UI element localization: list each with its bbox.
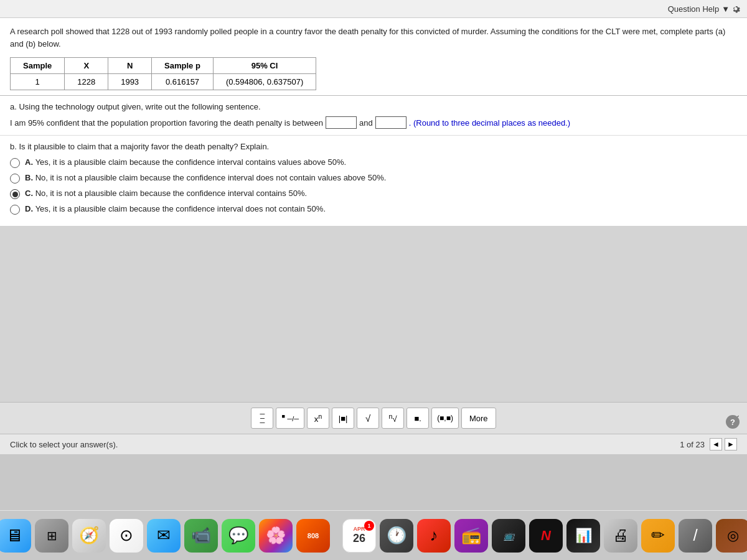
dock-safari[interactable]: 🧭 xyxy=(72,519,106,553)
col-header-ci: 95% CI xyxy=(213,58,316,74)
dock-messages[interactable]: 💬 xyxy=(222,519,255,553)
page-info: 1 of 23 xyxy=(680,440,705,449)
prev-arrow-button[interactable]: ◄ xyxy=(710,438,722,450)
dock-finder[interactable]: 🖥 xyxy=(0,519,31,553)
netflix-icon: N xyxy=(541,528,551,544)
radio-c[interactable] xyxy=(10,189,20,199)
photos-icon: 🌸 xyxy=(266,526,286,545)
sketch-icon: ✏ xyxy=(651,526,665,545)
problem-statement: A research poll showed that 1228 out of … xyxy=(0,18,747,95)
dock-stocks[interactable]: 📊 xyxy=(566,519,600,553)
radio-b[interactable] xyxy=(10,174,20,184)
cell-sample: 1 xyxy=(11,74,65,90)
mail-icon: ✉ xyxy=(157,526,171,545)
mixed-number-button[interactable]: ■ ─/─ xyxy=(276,408,304,429)
data-table: Sample X N Sample p 95% CI 1 1228 1993 0… xyxy=(10,57,316,90)
stocks-icon: 📊 xyxy=(575,528,592,544)
problem-section: A research poll showed that 1228 out of … xyxy=(0,18,747,226)
nth-root-button[interactable]: n√ xyxy=(382,408,404,429)
part-a-section: a. Using the technology output given, wr… xyxy=(0,96,747,136)
status-bar: Click to select your answer(s). 1 of 23 … xyxy=(0,434,747,454)
option-c-text: No, it is not a plausible claim because … xyxy=(35,189,307,198)
problem-text: A research poll showed that 1228 out of … xyxy=(10,26,737,50)
cell-n: 1993 xyxy=(108,74,152,90)
sqrt-button[interactable]: √ xyxy=(357,408,379,429)
dock-sketch[interactable]: ✏ xyxy=(641,519,675,553)
part-a-label: a. Using the technology output given, wr… xyxy=(10,102,737,111)
launchpad-icon: ⊞ xyxy=(47,528,57,543)
option-d-label: D. xyxy=(25,204,35,213)
gear-icon[interactable] xyxy=(730,2,742,15)
dock-music[interactable]: ♪ xyxy=(417,519,451,553)
dock-printer[interactable]: 🖨 xyxy=(604,519,637,553)
calendar-month: APR xyxy=(353,526,365,532)
dock-chrome[interactable]: ⊙ xyxy=(110,519,143,553)
dock-clock[interactable]: 🕐 xyxy=(380,519,413,553)
decimal-button[interactable]: ■. xyxy=(406,408,429,429)
radio-a[interactable] xyxy=(10,158,20,168)
music-icon: ♪ xyxy=(430,526,438,545)
more-label: More xyxy=(469,414,488,423)
question-help-button[interactable]: Question Help ▼ xyxy=(668,4,730,14)
finder-icon: 🖥 xyxy=(6,525,23,546)
calendar-badge: 1 xyxy=(364,521,374,531)
dock: 🖥 ⊞ 🧭 ⊙ ✉ 📹 💬 🌸 808 1 APR 26 🕐 ♪ 📻 📺 N xyxy=(0,510,747,560)
option-a-label: A. xyxy=(25,157,35,167)
edit-icon: / xyxy=(693,526,697,545)
absolute-value-button[interactable]: |■| xyxy=(332,408,354,429)
cell-ci: (0.594806, 0.637507) xyxy=(213,74,316,90)
chrome-icon: ⊙ xyxy=(120,526,133,545)
dock-mail[interactable]: ✉ xyxy=(147,519,181,553)
parenthesis-button[interactable]: (■,■) xyxy=(431,408,459,429)
tv-icon: 📺 xyxy=(504,531,514,541)
radio-d[interactable] xyxy=(10,205,20,215)
col-header-samplep: Sample p xyxy=(152,58,214,74)
round-note: . (Round to three decimal places as need… xyxy=(409,118,570,128)
printer-icon: 🖨 xyxy=(613,526,629,545)
col-header-n: N xyxy=(108,58,152,74)
option-d[interactable]: D. Yes, it is a plausible claim because … xyxy=(10,204,737,215)
facetime-icon: 📹 xyxy=(191,526,211,545)
math-help-button[interactable]: ? xyxy=(726,415,740,429)
app808-icon: 808 xyxy=(308,532,319,539)
question-help-label: Question Help xyxy=(668,4,719,14)
podcast-icon: 📻 xyxy=(461,526,481,545)
next-arrow-button[interactable]: ► xyxy=(725,438,737,450)
option-c[interactable]: C. No, it is not a plausible claim becau… xyxy=(10,189,737,199)
fill-box-1[interactable] xyxy=(326,116,357,129)
fill-in-line: I am 95% confident that the population p… xyxy=(10,116,737,129)
dock-browser2[interactable]: ◎ xyxy=(716,519,747,553)
nav-arrows: ◄ ► xyxy=(710,438,737,450)
click-to-select-text: Click to select your answer(s). xyxy=(10,440,118,449)
option-c-label: C. xyxy=(25,189,35,198)
dock-facetime[interactable]: 📹 xyxy=(184,519,218,553)
option-a-text: Yes, it is a plausible claim because the… xyxy=(35,157,347,167)
dock-podcast[interactable]: 📻 xyxy=(454,519,488,553)
superscript-button[interactable]: xn xyxy=(307,408,329,429)
fraction-button[interactable]: ─ ─ xyxy=(251,408,273,429)
col-header-x: X xyxy=(65,58,108,74)
option-b[interactable]: B. No, it is not a plausible claim becau… xyxy=(10,173,737,184)
dock-calendar[interactable]: 1 APR 26 xyxy=(342,519,376,553)
part-b-section: b. Is it plausible to claim that a major… xyxy=(0,136,747,226)
dock-launchpad[interactable]: ⊞ xyxy=(35,519,68,553)
option-a[interactable]: A. Yes, it is a plausible claim because … xyxy=(10,157,737,168)
fill-text-between: and xyxy=(359,118,373,128)
safari-icon: 🧭 xyxy=(79,526,99,545)
fill-text-before: I am 95% confident that the population p… xyxy=(10,118,323,128)
clock-icon: 🕐 xyxy=(387,526,406,545)
option-b-text: No, it is not a plausible claim because … xyxy=(35,173,387,182)
fill-box-2[interactable] xyxy=(375,116,406,129)
dock-photos[interactable]: 🌸 xyxy=(259,519,293,553)
col-header-sample: Sample xyxy=(11,58,65,74)
part-b-question: b. Is it plausible to claim that a major… xyxy=(10,142,737,151)
dock-808[interactable]: 808 xyxy=(296,519,330,553)
calendar-day: 26 xyxy=(353,532,365,545)
dock-netflix[interactable]: N xyxy=(529,519,563,553)
cell-x: 1228 xyxy=(65,74,108,90)
dock-edit[interactable]: / xyxy=(679,519,712,553)
dock-tv[interactable]: 📺 xyxy=(492,519,525,553)
top-bar: Question Help ▼ xyxy=(0,0,747,18)
more-button[interactable]: More xyxy=(461,408,496,429)
dropdown-arrow-icon: ▼ xyxy=(721,4,730,14)
